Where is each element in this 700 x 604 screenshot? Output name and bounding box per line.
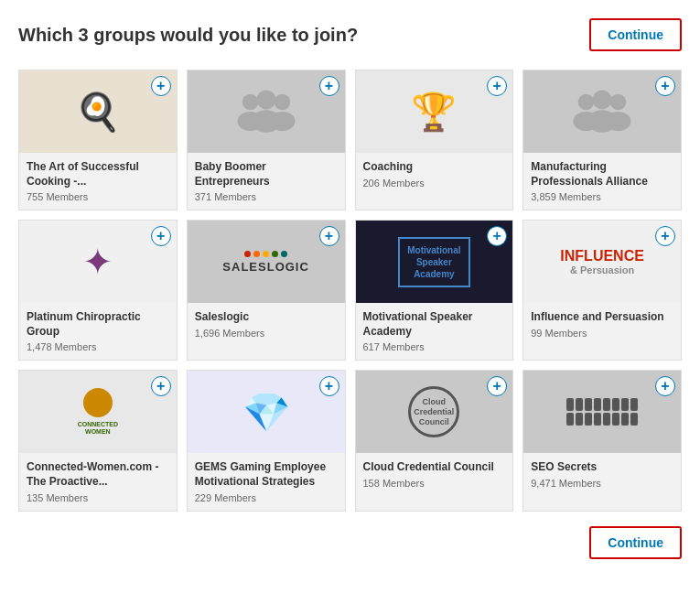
group-title-influence: Influence and Persuasion	[531, 310, 673, 325]
page-title: Which 3 groups would you like to join?	[18, 25, 358, 46]
group-card-image-influence: INFLUENCE& Persuasion +	[523, 221, 681, 303]
group-members-coaching: 206 Members	[363, 178, 506, 189]
group-card-chiro: ✦ + Platinum Chiropractic Group 1,478 Me…	[18, 220, 178, 361]
group-card-image-motivational: MotivationalSpeakerAcademy +	[356, 221, 513, 303]
continue-button-top[interactable]: Continue	[589, 18, 682, 51]
svg-point-4	[274, 94, 290, 111]
group-card-info-cloud: Cloud Credential Council 158 Members	[356, 453, 513, 496]
group-card-seo: + SEO Secrets 9,471 Members	[522, 370, 682, 511]
group-members-seo: 9,471 Members	[531, 478, 673, 489]
group-title-cloud: Cloud Credential Council	[363, 460, 506, 475]
continue-button-bottom[interactable]: Continue	[589, 526, 682, 559]
svg-point-11	[606, 112, 631, 131]
group-card-manufacturing: + Manufacturing Professionals Alliance 3…	[522, 70, 682, 210]
group-card-info-gems: GEMS Gaming Employee Motivational Strate…	[188, 453, 345, 510]
group-title-seo: SEO Secrets	[531, 460, 673, 475]
group-title-coaching: Coaching	[363, 160, 506, 175]
group-members-motivational: 617 Members	[363, 341, 506, 352]
group-card-info-saleslogic: Saleslogic 1,696 Members	[188, 303, 345, 346]
group-card-info-baby-boomer: Baby Boomer Entrepreneurs 371 Members	[188, 153, 345, 210]
svg-point-10	[610, 94, 627, 111]
svg-point-0	[242, 94, 258, 111]
group-card-image-saleslogic: SALESLOGIC +	[188, 221, 345, 303]
group-card-image-gems: 💎 +	[188, 371, 345, 453]
svg-point-8	[593, 90, 612, 109]
group-card-connected: CONNECTEDWOMEN + Connected-Women.com - T…	[18, 370, 178, 511]
group-members-baby-boomer: 371 Members	[195, 191, 338, 202]
svg-point-6	[578, 94, 595, 111]
group-members-cloud: 158 Members	[363, 478, 506, 489]
group-card-info-influence: Influence and Persuasion 99 Members	[523, 303, 681, 346]
page-header: Which 3 groups would you like to join? C…	[18, 18, 682, 51]
group-card-image-coaching: 🏆 +	[356, 70, 513, 153]
group-members-cooking: 755 Members	[27, 191, 169, 202]
group-title-saleslogic: Saleslogic	[195, 310, 338, 325]
group-title-manufacturing: Manufacturing Professionals Alliance	[531, 160, 673, 189]
group-card-motivational: MotivationalSpeakerAcademy + Motivationa…	[355, 220, 514, 361]
group-card-image-manufacturing: +	[523, 70, 681, 153]
add-group-button-cooking[interactable]: +	[151, 76, 171, 96]
group-card-image-cloud: CloudCredentialCouncil +	[356, 371, 513, 453]
add-group-button-connected[interactable]: +	[151, 376, 171, 396]
svg-point-2	[256, 90, 275, 109]
group-title-motivational: Motivational Speaker Academy	[363, 310, 506, 339]
add-group-button-gems[interactable]: +	[319, 376, 339, 396]
group-card-info-cooking: The Art of Successful Cooking -... 755 M…	[19, 153, 177, 210]
group-title-baby-boomer: Baby Boomer Entrepreneurs	[195, 160, 338, 189]
group-members-gems: 229 Members	[195, 492, 338, 503]
group-card-info-motivational: Motivational Speaker Academy 617 Members	[356, 303, 513, 360]
svg-point-5	[269, 112, 295, 131]
group-members-chiro: 1,478 Members	[27, 341, 169, 352]
group-members-saleslogic: 1,696 Members	[195, 328, 338, 339]
group-card-cloud: CloudCredentialCouncil + Cloud Credentia…	[355, 370, 514, 511]
group-card-baby-boomer: + Baby Boomer Entrepreneurs 371 Members	[187, 70, 346, 210]
group-title-connected: Connected-Women.com - The Proactive...	[27, 460, 169, 489]
group-card-image-connected: CONNECTEDWOMEN +	[19, 371, 177, 453]
group-title-chiro: Platinum Chiropractic Group	[27, 310, 169, 339]
add-group-button-saleslogic[interactable]: +	[319, 226, 339, 246]
add-group-button-chiro[interactable]: +	[151, 226, 171, 246]
group-card-info-manufacturing: Manufacturing Professionals Alliance 3,8…	[523, 153, 681, 210]
group-card-info-chiro: Platinum Chiropractic Group 1,478 Member…	[19, 303, 177, 360]
group-card-coaching: 🏆 + Coaching 206 Members	[355, 70, 514, 210]
page-footer: Continue	[18, 526, 682, 559]
group-title-gems: GEMS Gaming Employee Motivational Strate…	[195, 460, 338, 489]
group-card-influence: INFLUENCE& Persuasion + Influence and Pe…	[522, 220, 682, 361]
group-card-image-cooking: 🍳 +	[19, 70, 177, 153]
group-card-info-connected: Connected-Women.com - The Proactive... 1…	[19, 453, 177, 510]
group-card-image-chiro: ✦ +	[19, 221, 177, 303]
group-card-gems: 💎 + GEMS Gaming Employee Motivational St…	[187, 370, 346, 511]
group-card-info-coaching: Coaching 206 Members	[356, 153, 513, 196]
add-group-button-manufacturing[interactable]: +	[655, 76, 675, 96]
add-group-button-baby-boomer[interactable]: +	[319, 76, 339, 96]
group-card-image-baby-boomer: +	[188, 70, 345, 153]
group-members-connected: 135 Members	[27, 492, 169, 503]
group-title-cooking: The Art of Successful Cooking -...	[27, 160, 169, 189]
groups-grid: 🍳 + The Art of Successful Cooking -... 7…	[18, 70, 682, 512]
group-card-cooking: 🍳 + The Art of Successful Cooking -... 7…	[18, 70, 178, 210]
group-members-influence: 99 Members	[531, 328, 673, 339]
group-members-manufacturing: 3,859 Members	[531, 191, 673, 202]
group-card-image-seo: +	[523, 371, 681, 453]
group-card-saleslogic: SALESLOGIC + Saleslogic 1,696 Members	[187, 220, 346, 361]
group-card-info-seo: SEO Secrets 9,471 Members	[523, 453, 681, 496]
